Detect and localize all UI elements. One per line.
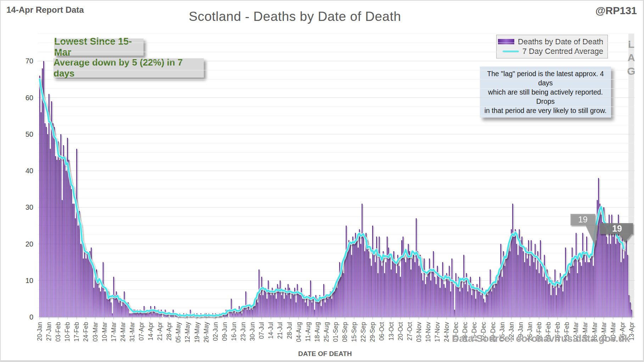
lag-explanation-note: The "lag" period is the latest approx. 4… bbox=[480, 67, 611, 118]
svg-text:19: 19 bbox=[578, 215, 588, 224]
legend-label-deaths: Deaths by Date of Death bbox=[518, 37, 603, 46]
page-title: Scotland - Deaths by Date of Death bbox=[1, 9, 589, 24]
svg-text:70: 70 bbox=[26, 57, 33, 65]
svg-text:28-Jul: 28-Jul bbox=[286, 322, 293, 339]
svg-text:30-Jun: 30-Jun bbox=[249, 322, 256, 341]
svg-text:26-May: 26-May bbox=[203, 322, 210, 343]
svg-text:22-Sep: 22-Sep bbox=[360, 322, 367, 342]
chart-page: { "header": { "report_label": "14-Apr Re… bbox=[0, 0, 644, 362]
svg-text:23-Jun: 23-Jun bbox=[240, 322, 247, 341]
svg-text:21-Apr: 21-Apr bbox=[156, 322, 163, 341]
lag-note-line: The "lag" period is the latest approx. 4… bbox=[481, 69, 610, 87]
svg-text:01-Sep: 01-Sep bbox=[332, 322, 339, 342]
svg-text:14-Jul: 14-Jul bbox=[267, 322, 274, 339]
svg-text:31-Mar: 31-Mar bbox=[129, 322, 136, 342]
svg-text:28-Apr: 28-Apr bbox=[166, 322, 173, 341]
svg-text:19-May: 19-May bbox=[194, 322, 201, 343]
svg-text:50: 50 bbox=[26, 130, 33, 138]
svg-text:20: 20 bbox=[26, 240, 33, 248]
svg-text:16-Jun: 16-Jun bbox=[230, 322, 237, 341]
svg-text:10-Nov: 10-Nov bbox=[425, 322, 432, 342]
svg-text:19: 19 bbox=[612, 224, 622, 233]
line-series-swatch-icon bbox=[503, 51, 519, 52]
svg-text:05-May: 05-May bbox=[175, 322, 182, 343]
svg-text:10-Mar: 10-Mar bbox=[101, 322, 108, 342]
svg-text:08-Sep: 08-Sep bbox=[341, 322, 348, 342]
svg-text:24-Mar: 24-Mar bbox=[119, 322, 127, 342]
legend-label-average: 7 Day Centred Average bbox=[522, 47, 603, 56]
svg-text:04-Aug: 04-Aug bbox=[295, 322, 302, 342]
svg-text:24-Feb: 24-Feb bbox=[82, 322, 89, 341]
author-watermark: @RP131 bbox=[595, 5, 637, 17]
svg-text:09-Jun: 09-Jun bbox=[221, 322, 228, 341]
svg-text:11-Aug: 11-Aug bbox=[304, 322, 312, 341]
svg-text:10-Feb: 10-Feb bbox=[64, 322, 71, 341]
svg-text:12-May: 12-May bbox=[184, 322, 191, 343]
svg-text:17-Mar: 17-Mar bbox=[110, 322, 117, 342]
annotation-lowest-since: Lowest Since 15-Mar bbox=[54, 38, 144, 56]
legend-item-deaths: Deaths by Date of Death bbox=[497, 37, 607, 46]
svg-text:15-Sep: 15-Sep bbox=[351, 322, 358, 342]
lag-note-line: in that period are very likely to still … bbox=[481, 106, 610, 115]
svg-text:18-Aug: 18-Aug bbox=[314, 322, 321, 342]
svg-text:60: 60 bbox=[26, 94, 33, 102]
lag-note-line: which are still being actively reported.… bbox=[481, 87, 610, 106]
x-axis-title: DATE OF DEATH bbox=[1, 350, 644, 358]
svg-text:07-Apr: 07-Apr bbox=[138, 322, 145, 341]
lag-vertical-label: L A G bbox=[626, 38, 637, 78]
svg-text:20-Oct: 20-Oct bbox=[397, 322, 404, 341]
svg-text:03-Feb: 03-Feb bbox=[55, 322, 62, 341]
svg-text:03-Mar: 03-Mar bbox=[92, 322, 99, 342]
svg-text:14-Apr: 14-Apr bbox=[147, 322, 154, 341]
window-edge-bottom bbox=[1, 360, 644, 362]
svg-text:03-Nov: 03-Nov bbox=[415, 322, 422, 342]
svg-text:27-Jan: 27-Jan bbox=[45, 322, 52, 341]
legend: Deaths by Date of Death 7 Day Centred Av… bbox=[496, 35, 608, 58]
svg-text:29-Sep: 29-Sep bbox=[369, 322, 376, 342]
svg-text:25-Aug: 25-Aug bbox=[323, 322, 330, 342]
svg-text:20-Jan: 20-Jan bbox=[36, 322, 43, 341]
svg-text:17-Nov: 17-Nov bbox=[434, 322, 441, 342]
annotation-average-down: Average down by 5 (22%) in 7 days bbox=[53, 58, 204, 78]
svg-text:02-Jun: 02-Jun bbox=[212, 322, 219, 341]
svg-text:07-Jul: 07-Jul bbox=[258, 322, 265, 339]
svg-text:10: 10 bbox=[26, 277, 33, 284]
svg-text:24-Nov: 24-Nov bbox=[443, 322, 450, 342]
svg-text:30: 30 bbox=[26, 203, 33, 211]
data-source-credit: Data Source: coronavirus.data.gov.uk bbox=[452, 333, 630, 344]
svg-text:06-Oct: 06-Oct bbox=[378, 322, 385, 341]
svg-text:40: 40 bbox=[26, 167, 33, 175]
svg-text:0: 0 bbox=[29, 313, 33, 321]
svg-text:27-Oct: 27-Oct bbox=[406, 322, 413, 341]
svg-text:21-Jul: 21-Jul bbox=[276, 322, 284, 339]
svg-text:17-Feb: 17-Feb bbox=[73, 322, 80, 341]
legend-item-average: 7 Day Centred Average bbox=[497, 47, 607, 56]
svg-text:13-Oct: 13-Oct bbox=[388, 322, 395, 341]
bar-series-swatch-icon bbox=[498, 39, 514, 44]
